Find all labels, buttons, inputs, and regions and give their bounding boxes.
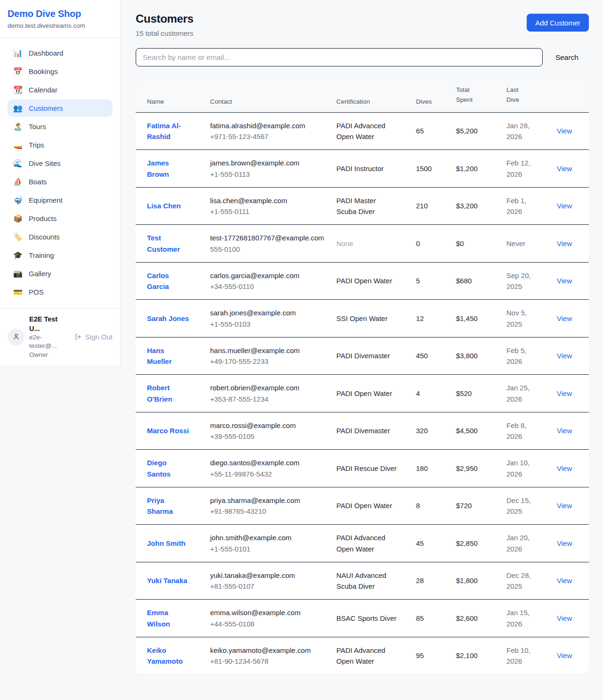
diving-mask-icon: 🤿 [13,197,23,204]
view-customer-link[interactable]: View [557,651,572,659]
customer-phone: +34-555-0110 [210,281,325,292]
customer-name-link[interactable]: Marco Rossi [147,425,189,436]
camera-flash-icon: 📸 [13,270,23,278]
add-customer-button[interactable]: Add Customer [527,14,589,32]
speedboat-icon: 🚤 [13,141,23,149]
view-customer-link[interactable]: View [557,277,572,285]
contact-cell: robert.obrien@example.com +353-87-555-12… [204,375,331,412]
sidebar-item-products[interactable]: 📦 Products [8,210,113,227]
certification-cell: PADI Open Water [331,375,410,412]
view-customer-link[interactable]: View [557,314,572,322]
last-dive-date: Dec 28, 2025 [506,570,539,592]
customer-email: marco.rossi@example.com [210,420,325,431]
calendar-date-icon: 📅 [13,68,23,75]
customer-name-link[interactable]: Lisa Chen [147,200,181,211]
page-title: Customers [136,12,194,25]
customer-name-link[interactable]: Robert O'Brien [147,382,189,404]
sidebar-item-bookings[interactable]: 📅 Bookings [8,63,113,80]
column-header-contact: Contact [204,79,331,112]
total-spent: $1,200 [456,165,478,173]
total-spent: $680 [456,277,472,285]
view-customer-link[interactable]: View [557,614,572,622]
view-customer-link[interactable]: View [557,576,572,585]
sidebar-item-label: Training [29,251,54,259]
customer-name-link[interactable]: John Smith [147,538,186,549]
customer-name-link[interactable]: Sarah Jones [147,313,189,324]
sidebar-item-calendar[interactable]: 📆 Calendar [8,81,113,99]
sidebar-item-label: Gallery [29,270,51,278]
contact-cell: yuki.tanaka@example.com +81-555-0107 [204,562,331,600]
view-customer-link[interactable]: View [557,202,572,210]
sidebar-item-label: Discounts [29,233,60,241]
customer-name-link[interactable]: Diego Santos [147,457,189,479]
bar-chart-icon: 📊 [13,49,23,57]
search-button[interactable]: Search [555,53,579,62]
main-content: Customers 15 total customers Add Custome… [121,0,603,691]
certification-cell: PADI Instructor [331,150,410,188]
customer-name-link[interactable]: Emma Wilson [147,607,189,629]
customer-email: priya.sharma@example.com [210,495,325,506]
sidebar-item-equipment[interactable]: 🤿 Equipment [8,191,113,209]
sidebar-item-gallery[interactable]: 📸 Gallery [8,265,113,282]
sidebar-item-dashboard[interactable]: 📊 Dashboard [8,44,113,62]
total-spent: $2,600 [456,614,478,622]
view-customer-link[interactable]: View [557,239,572,247]
customer-phone: +91-98765-43210 [210,506,325,517]
dives-count: 0 [416,239,420,247]
view-customer-link[interactable]: View [557,464,572,472]
tear-off-calendar-icon: 📆 [13,86,23,94]
view-customer-link[interactable]: View [557,502,572,510]
sidebar-item-customers[interactable]: 👥 Customers [8,99,113,117]
customer-name-link[interactable]: Test Customer [147,232,189,255]
sidebar-item-tours[interactable]: 🏝️ Tours [8,118,113,135]
certification-cell: PADI Master Scuba Diver [331,187,410,225]
customer-name-link[interactable]: Carlos Garcia [147,270,189,292]
shop-domain: demo.test.divestreams.com [8,22,113,29]
view-customer-link[interactable]: View [557,539,572,547]
customer-name-link[interactable]: Keiko Yamamoto [147,645,189,667]
sidebar-item-discounts[interactable]: 🏷️ Discounts [8,228,113,246]
dives-count: 65 [416,127,424,135]
view-customer-link[interactable]: View [557,352,572,360]
customer-email: carlos.garcia@example.com [210,270,325,281]
customer-name-link[interactable]: James Brown [147,157,189,180]
last-dive-date: Sep 20, 2025 [506,270,539,292]
customer-email: emma.wilson@example.com [210,607,325,618]
sidebar-item-label: Boats [29,178,47,186]
contact-cell: hans.mueller@example.com +49-170-555-223… [204,337,331,375]
customer-phone: 555-0100 [210,244,325,255]
sidebar-item-training[interactable]: 🎓 Training [8,247,113,264]
customer-name-link[interactable]: Priya Sharma [147,495,189,517]
search-input[interactable] [136,48,543,66]
customer-name-link[interactable]: Hans Mueller [147,345,189,367]
sidebar-item-pos[interactable]: 💳 POS [8,283,113,301]
column-header-certification: Certification [331,79,410,112]
customer-email: keiko.yamamoto@example.com [210,645,325,656]
customer-name-link[interactable]: Yuki Tanaka [147,575,187,586]
last-dive-date: Feb 10, 2026 [506,645,539,667]
last-dive-date: Jan 20, 2026 [506,532,539,554]
table-row: Yuki Tanaka yuki.tanaka@example.com +81-… [136,562,589,600]
sidebar-item-trips[interactable]: 🚤 Trips [8,136,113,154]
certification-cell: SSI Open Water [331,300,410,338]
view-customer-link[interactable]: View [557,389,572,397]
dives-count: 180 [416,464,428,472]
people-icon: 👥 [13,105,23,112]
dives-count: 210 [416,202,428,210]
sign-out-button[interactable]: Sign Out [74,333,113,341]
table-row: Fatima Al-Rashid fatima.alrashid@example… [136,112,589,150]
view-customer-link[interactable]: View [557,427,572,435]
customer-name-link[interactable]: Fatima Al-Rashid [147,120,189,142]
view-customer-link[interactable]: View [557,127,572,135]
customer-email: test-1772681807767@example.com [210,232,325,243]
view-customer-link[interactable]: View [557,165,572,173]
sidebar-item-boats[interactable]: ⛵ Boats [8,173,113,190]
column-header-dives: Dives [410,79,450,112]
total-spent: $2,950 [456,464,478,472]
certification-cell: NAUI Advanced Scuba Diver [331,562,410,600]
customer-count: 15 total customers [136,29,194,37]
user-panel: E2E Test U... e2e-tester@... Owner Sign … [0,308,120,366]
certification-cell: PADI Advanced Open Water [331,525,410,562]
sidebar-item-dive-sites[interactable]: 🌊 Dive Sites [8,155,113,172]
sidebar-item-label: Tours [29,123,46,131]
